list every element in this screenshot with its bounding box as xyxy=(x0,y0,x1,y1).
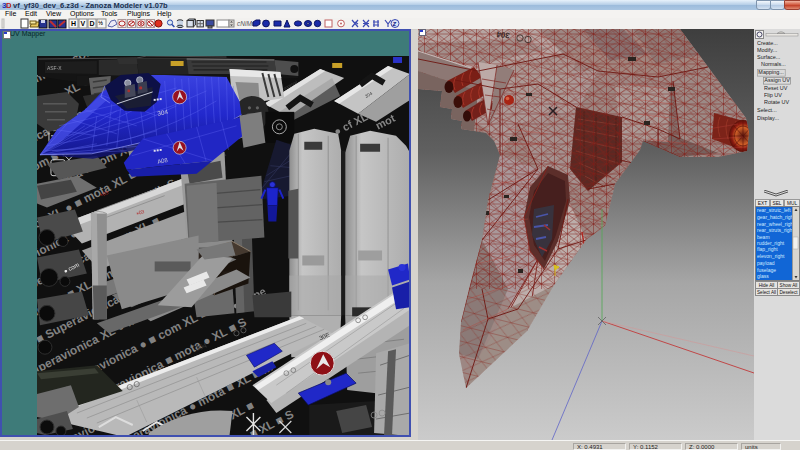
svg-text:H: H xyxy=(71,20,76,27)
svg-text:304: 304 xyxy=(495,29,510,40)
svg-text:z: z xyxy=(392,19,397,28)
svg-text:ASF-X: ASF-X xyxy=(47,65,62,71)
svg-text:V: V xyxy=(81,20,86,27)
svg-text:D: D xyxy=(6,1,11,9)
svg-text:D: D xyxy=(90,20,95,27)
svg-text:½: ½ xyxy=(98,20,103,26)
